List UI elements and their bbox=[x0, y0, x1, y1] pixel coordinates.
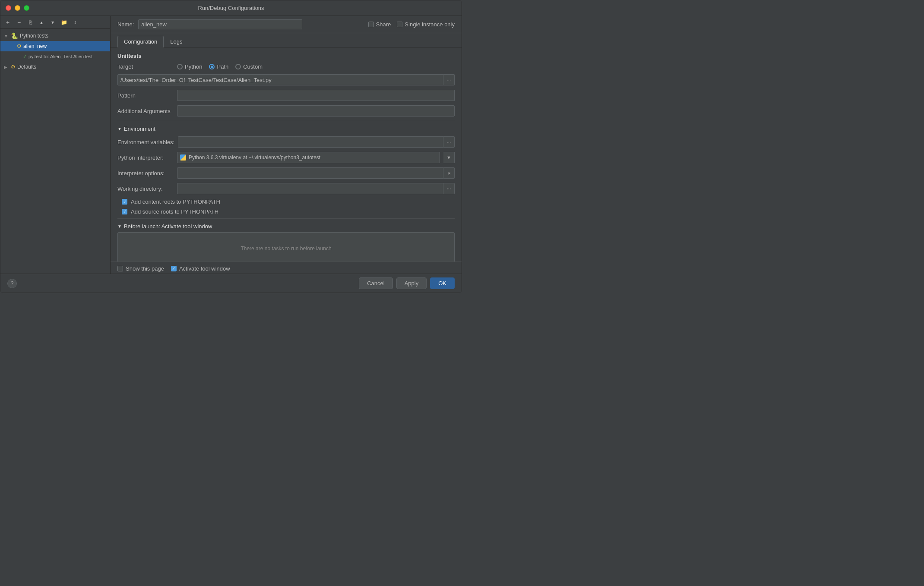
remove-config-button[interactable]: − bbox=[14, 18, 24, 27]
additional-args-input[interactable] bbox=[177, 105, 455, 117]
working-dir-label: Working directory: bbox=[117, 186, 174, 192]
radio-python-label: Python bbox=[185, 63, 202, 70]
radio-python[interactable]: Python bbox=[177, 63, 202, 70]
single-instance-checkbox[interactable] bbox=[397, 22, 402, 27]
section-divider-2 bbox=[117, 218, 455, 219]
close-button[interactable] bbox=[6, 5, 11, 11]
tab-logs[interactable]: Logs bbox=[164, 36, 189, 47]
radio-python-btn[interactable] bbox=[177, 64, 183, 69]
tree-item-defaults[interactable]: ▶ ⚙ Defaults bbox=[0, 62, 110, 72]
tree-item-alien-test[interactable]: ▶ ✓ py.test for Alien_Test.AlienTest bbox=[0, 51, 110, 62]
path-row: ··· bbox=[117, 74, 455, 85]
tree-item-alien-new[interactable]: ▶ ⚙ alien_new bbox=[0, 41, 110, 51]
path-input[interactable] bbox=[117, 74, 443, 85]
python-icon bbox=[180, 154, 186, 161]
working-dir-input-group: ··· bbox=[177, 183, 455, 194]
target-label: Target bbox=[117, 63, 174, 70]
arrow-placeholder2: ▶ bbox=[16, 54, 21, 59]
maximize-button[interactable] bbox=[24, 5, 29, 11]
add-content-roots-checkbox[interactable]: ✓ bbox=[122, 199, 127, 205]
bottom-checkboxes: Show this page ✓ Activate tool window bbox=[111, 261, 462, 274]
sort-button[interactable]: ↕ bbox=[70, 18, 80, 27]
single-instance-label: Single instance only bbox=[405, 21, 455, 28]
right-panel: Name: Share Single instance only Configu… bbox=[111, 16, 462, 274]
share-label: Share bbox=[376, 21, 391, 28]
environment-section-header[interactable]: ▼ Environment bbox=[117, 126, 455, 132]
interpreter-options-label: Interpreter options: bbox=[117, 170, 174, 176]
radio-custom[interactable]: Custom bbox=[235, 63, 263, 70]
section-divider-1 bbox=[117, 121, 455, 121]
path-browse-button[interactable]: ··· bbox=[443, 74, 455, 85]
traffic-lights bbox=[6, 5, 29, 11]
name-input[interactable] bbox=[138, 19, 302, 29]
expand-arrow-python-tests: ▼ bbox=[4, 34, 9, 38]
radio-custom-btn[interactable] bbox=[235, 64, 241, 69]
add-source-roots-row: ✓ Add source roots to PYTHONPATH bbox=[117, 208, 455, 215]
before-launch-empty-text: There are no tasks to run before launch bbox=[240, 246, 331, 252]
before-launch-header[interactable]: ▼ Before launch: Activate tool window bbox=[117, 223, 455, 230]
radio-path-label: Path bbox=[217, 63, 228, 70]
alien-test-icon: ✓ bbox=[23, 54, 27, 60]
activate-tool-window-checkbox[interactable]: ✓ bbox=[171, 266, 177, 271]
additional-args-label: Additional Arguments bbox=[117, 108, 174, 114]
add-source-roots-checkbox[interactable]: ✓ bbox=[122, 209, 127, 214]
env-vars-input-group: ··· bbox=[178, 136, 455, 148]
interpreter-options-row: Interpreter options: ⎘ bbox=[117, 167, 455, 179]
interpreter-options-input[interactable] bbox=[177, 167, 443, 179]
minimize-button[interactable] bbox=[15, 5, 20, 11]
pattern-input[interactable] bbox=[177, 90, 455, 101]
interpreter-options-browse-button[interactable]: ⎘ bbox=[443, 167, 455, 179]
expand-arrow-defaults: ▶ bbox=[4, 65, 9, 69]
radio-path-btn[interactable] bbox=[209, 64, 215, 69]
defaults-icon: ⚙ bbox=[11, 64, 16, 70]
left-toolbar: + − ⎘ ▴ ▾ 📁 ↕ bbox=[0, 16, 110, 29]
add-content-roots-label: Add content roots to PYTHONPATH bbox=[131, 198, 220, 205]
python-interpreter-select[interactable]: Python 3.6.3 virtualenv at ~/.virtualenv… bbox=[177, 152, 440, 163]
add-config-button[interactable]: + bbox=[3, 18, 13, 27]
folder-button[interactable]: 📁 bbox=[59, 18, 69, 27]
bottom-bar: ? Cancel Apply OK bbox=[0, 274, 462, 293]
share-checkbox[interactable] bbox=[368, 22, 374, 27]
radio-path[interactable]: Path bbox=[209, 63, 228, 70]
working-dir-input[interactable] bbox=[177, 183, 443, 194]
python-interpreter-dropdown-arrow[interactable]: ▼ bbox=[443, 152, 455, 163]
show-page-item: Show this page bbox=[117, 265, 164, 272]
show-page-checkbox[interactable] bbox=[117, 266, 123, 271]
move-config-down-button[interactable]: ▾ bbox=[48, 18, 57, 27]
python-interpreter-label: Python interpreter: bbox=[117, 154, 174, 161]
interpreter-options-input-group: ⎘ bbox=[177, 167, 455, 179]
working-dir-row: Working directory: ··· bbox=[117, 183, 455, 194]
apply-button[interactable]: Apply bbox=[396, 277, 427, 289]
tree-label-alien-test: py.test for Alien_Test.AlienTest bbox=[28, 54, 92, 59]
move-config-up-button[interactable]: ▴ bbox=[37, 18, 46, 27]
pattern-row: Pattern bbox=[117, 90, 455, 101]
single-instance-item: Single instance only bbox=[397, 21, 455, 28]
radio-dot bbox=[211, 66, 213, 68]
env-vars-label: Environment variables: bbox=[117, 139, 174, 145]
name-label: Name: bbox=[117, 21, 134, 28]
ok-button[interactable]: OK bbox=[430, 277, 455, 289]
env-vars-browse-button[interactable]: ··· bbox=[443, 136, 455, 148]
help-button[interactable]: ? bbox=[7, 279, 17, 288]
before-launch-tasks-box: There are no tasks to run before launch bbox=[117, 232, 455, 261]
target-row: Target Python Path bbox=[117, 63, 455, 70]
cancel-button[interactable]: Cancel bbox=[359, 277, 392, 289]
env-vars-row: Environment variables: ··· bbox=[117, 136, 455, 148]
tabs-row: Configuration Logs bbox=[111, 33, 462, 47]
activate-tool-window-label: Activate tool window bbox=[179, 265, 230, 272]
tab-configuration[interactable]: Configuration bbox=[117, 36, 164, 47]
share-area: Share Single instance only bbox=[368, 21, 455, 28]
unittests-section-title: Unittests bbox=[117, 53, 455, 59]
tree-label-defaults: Defaults bbox=[17, 64, 36, 70]
copy-config-button[interactable]: ⎘ bbox=[25, 18, 35, 27]
pattern-input-group bbox=[177, 90, 455, 101]
add-content-roots-row: ✓ Add content roots to PYTHONPATH bbox=[117, 198, 455, 205]
env-vars-input[interactable] bbox=[178, 136, 443, 148]
tree-item-python-tests[interactable]: ▼ 🐍 Python tests bbox=[0, 31, 110, 41]
python-tests-icon: 🐍 bbox=[11, 32, 18, 39]
before-launch-section: ▼ Before launch: Activate tool window Th… bbox=[117, 223, 455, 261]
working-dir-browse-button[interactable]: ··· bbox=[443, 183, 455, 194]
env-collapse-arrow: ▼ bbox=[117, 126, 122, 131]
run-debug-configurations-window: Run/Debug Configurations + − ⎘ ▴ ▾ 📁 ↕ ▼… bbox=[0, 0, 462, 293]
add-source-roots-label: Add source roots to PYTHONPATH bbox=[131, 208, 218, 215]
